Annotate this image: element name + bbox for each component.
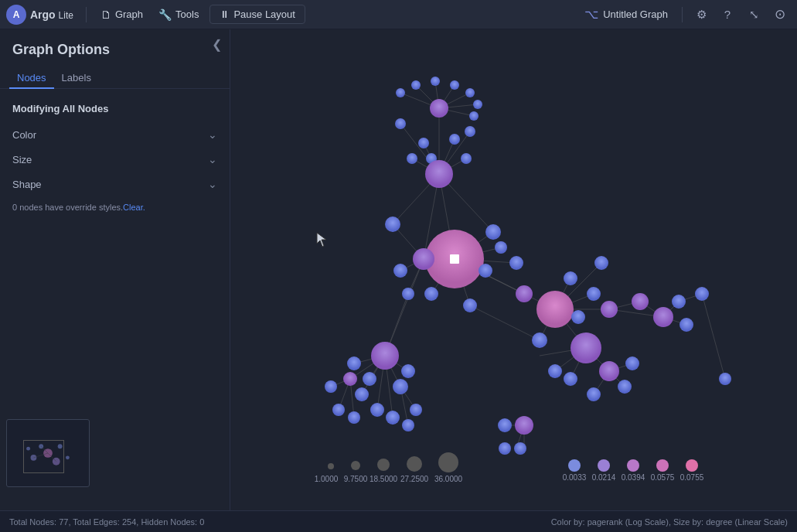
help-button[interactable]: ? xyxy=(717,4,738,26)
graph-node[interactable] xyxy=(363,372,376,386)
graph-node[interactable] xyxy=(402,419,414,431)
graph-node[interactable] xyxy=(695,287,709,301)
minimize-button[interactable]: ⤡ xyxy=(743,4,765,26)
svg-text:0.0755: 0.0755 xyxy=(680,473,704,482)
graph-node[interactable] xyxy=(587,287,601,301)
graph-node[interactable] xyxy=(632,293,649,310)
clear-overrides-link[interactable]: Clear. xyxy=(123,203,145,212)
graph-node[interactable] xyxy=(571,332,601,363)
graph-node[interactable] xyxy=(719,373,731,385)
graph-node[interactable] xyxy=(594,256,608,270)
shape-label: Shape xyxy=(12,179,42,190)
graph-menu-button[interactable]: 🗋 Graph xyxy=(93,5,151,24)
graph-node[interactable] xyxy=(479,264,492,278)
graph-node[interactable] xyxy=(450,80,459,90)
graph-node[interactable] xyxy=(601,301,618,318)
graph-node[interactable] xyxy=(672,295,686,309)
graph-node[interactable] xyxy=(536,291,574,328)
graph-node[interactable] xyxy=(385,217,400,232)
graph-node[interactable] xyxy=(499,442,511,455)
svg-point-82 xyxy=(328,463,334,469)
graph-node[interactable] xyxy=(449,134,460,145)
graph-menu-label: Graph xyxy=(115,9,143,20)
graph-node[interactable] xyxy=(407,153,417,164)
graph-node[interactable] xyxy=(386,411,400,425)
github-button[interactable]: ⊙ xyxy=(769,4,791,26)
svg-point-83 xyxy=(351,461,360,470)
graph-node[interactable] xyxy=(548,364,562,378)
graph-node[interactable] xyxy=(370,403,384,417)
graph-node[interactable] xyxy=(485,224,501,240)
shape-option-row[interactable]: Shape ⌄ xyxy=(0,172,230,196)
graph-node[interactable] xyxy=(424,287,438,301)
size-option-row[interactable]: Size ⌄ xyxy=(0,147,230,172)
graph-node[interactable] xyxy=(325,380,337,393)
graph-node[interactable] xyxy=(347,356,361,370)
graph-node[interactable] xyxy=(564,271,577,285)
graph-node[interactable] xyxy=(599,361,619,381)
topnav: A Argo Lite 🗋 Graph 🔧 Tools ⏸ Pause Layo… xyxy=(0,0,797,29)
graph-node[interactable] xyxy=(401,364,415,378)
graph-node[interactable] xyxy=(564,372,577,386)
graph-canvas-area[interactable]: 1.0000 9.7500 18.5000 27.2500 36.0000 0.… xyxy=(230,29,797,510)
graph-node[interactable] xyxy=(587,387,601,401)
tools-menu-button[interactable]: 🔧 Tools xyxy=(151,5,206,24)
graph-node[interactable] xyxy=(532,332,547,348)
collapse-sidebar-button[interactable]: ❮ xyxy=(212,37,222,52)
graph-node[interactable] xyxy=(348,411,360,424)
legend-color: 0.0033 0.0214 0.0394 0.0575 0.0755 xyxy=(563,459,704,482)
graph-node[interactable] xyxy=(514,442,526,455)
graph-node[interactable] xyxy=(371,342,399,370)
legend-text: Color by: pagerank (Log Scale), Size by:… xyxy=(551,517,788,527)
graph-node[interactable] xyxy=(516,285,533,302)
graph-node[interactable] xyxy=(343,372,357,386)
color-label: Color xyxy=(12,129,36,141)
graph-node[interactable] xyxy=(498,418,512,432)
graph-node[interactable] xyxy=(571,310,585,324)
graph-node[interactable] xyxy=(469,111,479,121)
tab-labels[interactable]: Labels xyxy=(54,67,99,88)
graph-node[interactable] xyxy=(618,380,632,394)
graph-node[interactable] xyxy=(418,138,429,148)
graph-node[interactable] xyxy=(430,99,448,118)
graph-node[interactable] xyxy=(410,404,422,416)
graph-node[interactable] xyxy=(515,416,533,435)
tab-nodes[interactable]: Nodes xyxy=(9,67,54,88)
stats-text: Total Nodes: 77, Total Edges: 254, Hidde… xyxy=(9,517,204,527)
graph-node[interactable] xyxy=(402,288,414,300)
graph-node[interactable] xyxy=(395,118,406,129)
graph-node[interactable] xyxy=(465,126,475,137)
graph-node[interactable] xyxy=(679,318,693,332)
logo-icon: A xyxy=(6,5,26,25)
graph-node[interactable] xyxy=(431,77,440,86)
graph-node[interactable] xyxy=(425,160,453,188)
svg-text:0.0214: 0.0214 xyxy=(592,473,616,482)
graph-node[interactable] xyxy=(393,264,407,278)
graph-node[interactable] xyxy=(509,256,523,270)
graph-node[interactable] xyxy=(332,404,345,416)
graph-node[interactable] xyxy=(355,387,369,401)
graph-node[interactable] xyxy=(495,241,507,254)
graph-node[interactable] xyxy=(625,356,639,370)
color-option-row[interactable]: Color ⌄ xyxy=(0,122,230,147)
graph-node[interactable] xyxy=(393,379,408,394)
pause-layout-button[interactable]: ⏸ Pause Layout xyxy=(209,5,305,24)
svg-point-96 xyxy=(686,459,698,472)
graph-node[interactable] xyxy=(465,88,475,97)
graph-node[interactable] xyxy=(473,100,482,109)
graph-node[interactable] xyxy=(413,248,434,270)
size-chevron-icon: ⌄ xyxy=(208,153,217,165)
graph-node[interactable] xyxy=(461,153,472,164)
graph-node[interactable] xyxy=(463,298,477,312)
svg-text:0.0033: 0.0033 xyxy=(563,473,587,482)
settings-button[interactable]: ⚙ xyxy=(690,4,712,26)
graph-node[interactable] xyxy=(653,307,673,327)
nav-right: ⌥ Untitled Graph ⚙ ? ⤡ ⊙ xyxy=(578,4,791,26)
svg-text:18.5000: 18.5000 xyxy=(370,475,398,483)
pause-icon: ⏸ xyxy=(220,9,230,20)
modifying-all-nodes-label: Modifying All Nodes xyxy=(0,100,230,122)
graph-node[interactable] xyxy=(396,88,405,97)
graph-title: Untitled Graph xyxy=(603,9,668,20)
graph-node[interactable] xyxy=(411,80,421,90)
sidebar-title: Graph Options xyxy=(0,36,230,67)
